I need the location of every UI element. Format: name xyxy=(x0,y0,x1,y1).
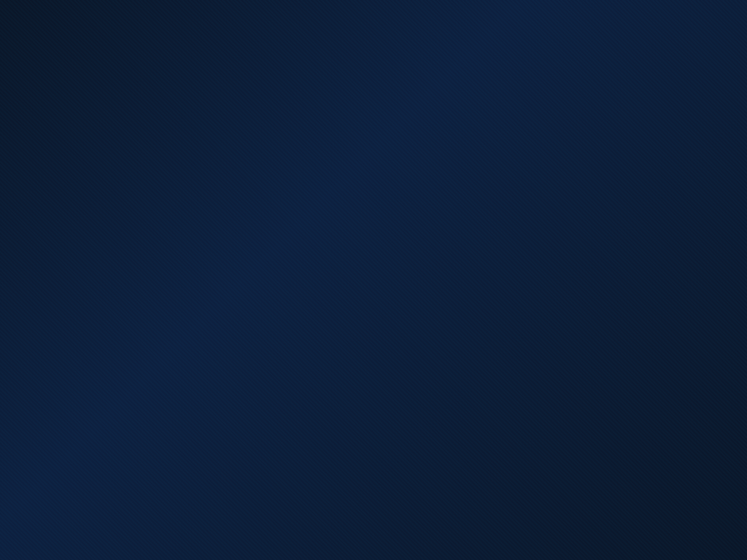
background xyxy=(0,0,747,560)
main-container: /ASUS UEFI BIOS Utility – Advanced Mode … xyxy=(0,0,747,560)
